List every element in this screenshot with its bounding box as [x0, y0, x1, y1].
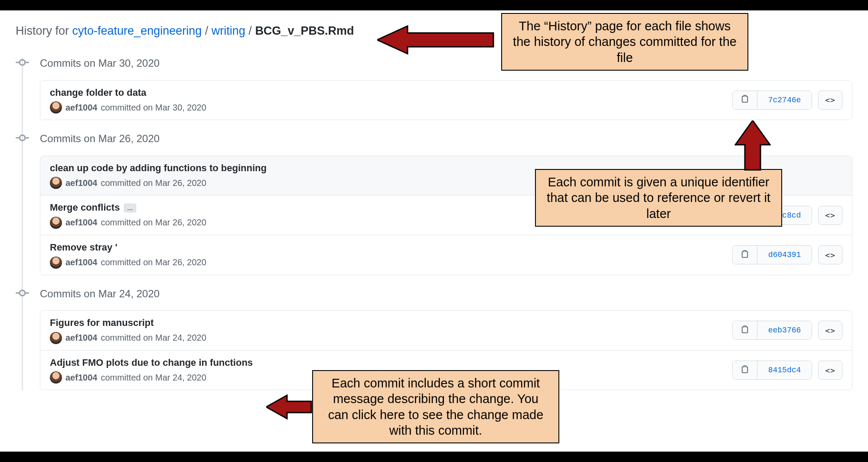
copy-sha-button[interactable] [733, 246, 757, 264]
commit-title-text[interactable]: clean up code by adding functions to beg… [50, 162, 267, 175]
breadcrumb-sep: / [205, 24, 209, 37]
code-icon: <> [825, 211, 835, 220]
commit-main: Remove stray 'aef1004committed on Mar 26… [50, 241, 732, 269]
commit-title[interactable]: Adjust FMO plots due to change in functi… [50, 357, 732, 369]
avatar[interactable] [50, 177, 62, 189]
avatar[interactable] [50, 257, 62, 269]
copy-sha-button[interactable] [733, 91, 757, 109]
commit-list: change folder to dataaef1004committed on… [40, 80, 852, 120]
annotation-callout-right: Each commit is given a unique identifier… [535, 169, 782, 227]
commit-author[interactable]: aef1004 [65, 333, 97, 343]
commit-date: committed on Mar 26, 2020 [101, 178, 206, 188]
sha-button-group: d604391 [732, 245, 812, 264]
avatar[interactable] [50, 332, 62, 344]
code-icon: <> [825, 251, 835, 260]
commit-meta: aef1004committed on Mar 26, 2020 [50, 257, 732, 269]
commit-actions: d604391<> [732, 245, 842, 264]
sha-link[interactable]: 8415dc4 [757, 361, 812, 379]
commit-dot-icon [16, 131, 29, 145]
commit-author[interactable]: aef1004 [65, 103, 97, 113]
commit-author[interactable]: aef1004 [65, 257, 97, 267]
clipboard-icon [741, 250, 749, 260]
code-icon: <> [825, 95, 835, 104]
svg-marker-2 [266, 395, 311, 419]
commit-date: committed on Mar 26, 2020 [101, 257, 206, 267]
sha-link[interactable]: d604391 [757, 246, 812, 264]
letterbox-top [0, 0, 868, 10]
avatar[interactable] [50, 101, 62, 114]
commit-meta: aef1004committed on Mar 24, 2020 [50, 332, 732, 344]
browse-code-button[interactable]: <> [818, 206, 842, 225]
commit-row: Figures for manuscriptaef1004committed o… [40, 311, 852, 350]
clipboard-icon [741, 94, 749, 105]
breadcrumb-history-label: History for [16, 24, 69, 37]
code-icon: <> [825, 326, 835, 335]
browse-code-button[interactable]: <> [818, 321, 842, 340]
annotation-arrow-up [734, 120, 771, 171]
commit-title-text[interactable]: Figures for manuscript [50, 317, 154, 329]
commit-date: committed on Mar 26, 2020 [101, 218, 206, 228]
annotation-callout-bottom: Each commit includes a short commit mess… [312, 370, 559, 443]
commit-title-text[interactable]: Adjust FMO plots due to change in functi… [50, 357, 253, 369]
commit-title[interactable]: Remove stray ' [50, 241, 732, 254]
commit-date: committed on Mar 24, 2020 [101, 333, 206, 343]
commit-dot-icon [16, 286, 29, 300]
browse-code-button[interactable]: <> [818, 91, 842, 110]
commit-author[interactable]: aef1004 [65, 218, 97, 228]
annotation-arrow-left [377, 23, 494, 56]
avatar[interactable] [50, 217, 62, 229]
browse-code-button[interactable]: <> [818, 245, 842, 264]
commit-title-text[interactable]: Merge conflicts [50, 202, 120, 214]
breadcrumb-repo-link[interactable]: cyto-feature_engineering [72, 24, 202, 37]
annotation-arrow-bottom [266, 394, 312, 420]
copy-sha-button[interactable] [733, 321, 757, 339]
commit-row: Remove stray 'aef1004committed on Mar 26… [40, 235, 852, 275]
commit-title-text[interactable]: change folder to data [50, 87, 146, 99]
browse-code-button[interactable]: <> [818, 361, 842, 380]
sha-button-group: eeb3766 [732, 321, 812, 340]
annotation-callout-top: The “History” page for each file shows t… [501, 13, 748, 71]
commit-main: Figures for manuscriptaef1004committed o… [50, 317, 732, 344]
sha-button-group: 8415dc4 [732, 361, 812, 380]
commit-actions: 7c2746e<> [732, 91, 842, 110]
sha-link[interactable]: eeb3766 [757, 321, 812, 339]
commit-author[interactable]: aef1004 [65, 178, 97, 188]
commit-title[interactable]: Figures for manuscript [50, 317, 732, 329]
commit-main: change folder to dataaef1004committed on… [50, 87, 732, 114]
commit-group-header: Commits on Mar 26, 2020 [40, 129, 852, 156]
commit-group-header: Commits on Mar 24, 2020 [40, 284, 852, 311]
avatar[interactable] [50, 371, 62, 384]
commit-row: change folder to dataaef1004committed on… [40, 81, 852, 120]
sha-button-group: 7c2746e [732, 91, 812, 110]
commit-date: committed on Mar 30, 2020 [101, 103, 206, 113]
letterbox-bottom [0, 452, 868, 462]
commit-date: committed on Mar 24, 2020 [101, 373, 206, 383]
code-icon: <> [825, 366, 835, 375]
commit-actions: 8415dc4<> [732, 361, 842, 380]
breadcrumb-sep: / [248, 24, 252, 37]
commit-author[interactable]: aef1004 [65, 373, 97, 383]
sha-link[interactable]: 7c2746e [757, 91, 812, 109]
commit-dot-icon [16, 56, 29, 69]
copy-sha-button[interactable] [733, 361, 757, 379]
commit-title-text[interactable]: Remove stray ' [50, 241, 117, 254]
svg-marker-1 [735, 120, 770, 170]
clipboard-icon [741, 325, 749, 336]
commit-title[interactable]: change folder to data [50, 87, 732, 99]
commit-actions: eeb3766<> [732, 321, 842, 340]
clipboard-icon [741, 365, 749, 376]
breadcrumb-file: BCG_v_PBS.Rmd [255, 24, 354, 37]
commit-meta: aef1004committed on Mar 30, 2020 [50, 101, 732, 114]
svg-marker-0 [377, 26, 493, 54]
breadcrumb-dir-link[interactable]: writing [212, 24, 245, 37]
commit-ellipsis-button[interactable]: … [124, 204, 136, 212]
